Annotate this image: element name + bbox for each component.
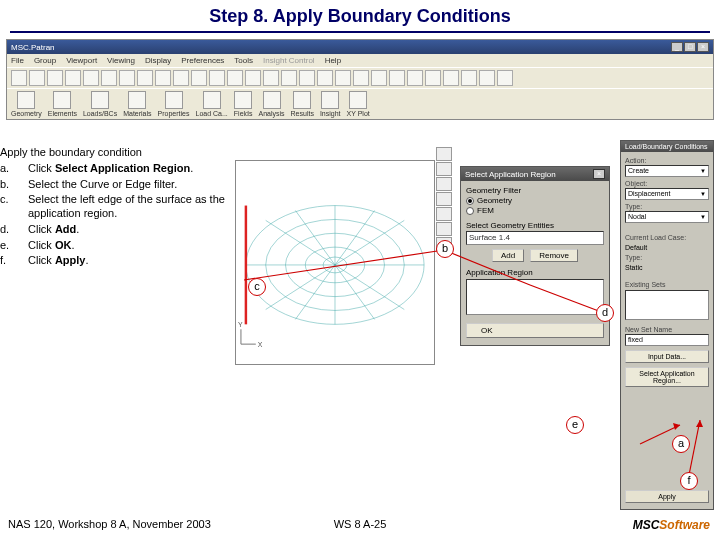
geometry-icon	[17, 91, 35, 109]
tool-icon[interactable]	[155, 70, 171, 86]
tool-icon[interactable]	[335, 70, 351, 86]
cat-label: Fields	[234, 110, 253, 117]
radio-fem[interactable]: FEM	[466, 206, 604, 215]
minimize-icon[interactable]: _	[671, 42, 683, 52]
cat-properties[interactable]: Properties	[158, 91, 190, 117]
menu-item[interactable]: Help	[325, 56, 341, 65]
tool-icon[interactable]	[479, 70, 495, 86]
cat-xyplot[interactable]: XY Plot	[347, 91, 370, 117]
tool-icon[interactable]	[173, 70, 189, 86]
object-label: Object:	[625, 180, 709, 187]
mesh-canvas: Y X	[236, 161, 434, 364]
menu-item[interactable]: Group	[34, 56, 56, 65]
tool-icon[interactable]	[245, 70, 261, 86]
callout-f: f	[680, 472, 698, 490]
vp-tool-icon[interactable]	[436, 207, 452, 221]
cat-geometry[interactable]: Geometry	[11, 91, 42, 117]
insight-icon	[321, 91, 339, 109]
tool-icon[interactable]	[407, 70, 423, 86]
cat-fields[interactable]: Fields	[234, 91, 253, 117]
app-toolbar: MSC.Patran _ □ × File Group Viewport Vie…	[6, 39, 714, 120]
cat-label: Loads/BCs	[83, 110, 117, 117]
fields-icon	[234, 91, 252, 109]
action-select[interactable]: Create▼	[625, 165, 709, 177]
type-select[interactable]: Nodal▼	[625, 211, 709, 223]
cat-analysis[interactable]: Analysis	[258, 91, 284, 117]
cat-insight[interactable]: Insight	[320, 91, 341, 117]
callout-a: a	[672, 435, 690, 453]
new-set-name-field[interactable]: fixed	[625, 334, 709, 346]
menu-item[interactable]: Tools	[234, 56, 253, 65]
menu-item[interactable]: Preferences	[181, 56, 224, 65]
tool-icon[interactable]	[83, 70, 99, 86]
tool-icon[interactable]	[191, 70, 207, 86]
maximize-icon[interactable]: □	[684, 42, 696, 52]
radio-geometry[interactable]: Geometry	[466, 196, 604, 205]
tool-icon[interactable]	[29, 70, 45, 86]
slide-title: Step 8. Apply Boundary Conditions	[0, 0, 720, 31]
vp-tool-icon[interactable]	[436, 192, 452, 206]
panel-title: Load/Boundary Conditions	[625, 143, 708, 150]
existing-sets-list[interactable]	[625, 290, 709, 320]
add-button[interactable]: Add	[492, 249, 524, 262]
vp-tool-icon[interactable]	[436, 177, 452, 191]
viewport-toolbar	[436, 147, 452, 251]
menu-item[interactable]: Viewing	[107, 56, 135, 65]
cat-materials[interactable]: Materials	[123, 91, 151, 117]
chevron-down-icon: ▼	[700, 212, 706, 222]
tool-icon[interactable]	[317, 70, 333, 86]
current-loadcase-label: Current Load Case:	[625, 234, 709, 241]
apply-button[interactable]: Apply	[625, 490, 709, 503]
cat-elements[interactable]: Elements	[48, 91, 77, 117]
logo-msc: MSC	[633, 518, 660, 532]
tool-icon[interactable]	[101, 70, 117, 86]
cat-loads[interactable]: Loads/BCs	[83, 91, 117, 117]
model-viewport[interactable]: Y X	[235, 160, 435, 365]
menu-item[interactable]: Insight Control	[263, 56, 315, 65]
vp-tool-icon[interactable]	[436, 162, 452, 176]
tool-icon[interactable]	[425, 70, 441, 86]
tool-icon[interactable]	[263, 70, 279, 86]
menu-item[interactable]: Display	[145, 56, 171, 65]
close-icon[interactable]: ×	[593, 169, 605, 179]
tool-icon[interactable]	[47, 70, 63, 86]
select-entities-field[interactable]: Surface 1.4	[466, 231, 604, 245]
tool-icon[interactable]	[443, 70, 459, 86]
select-application-region-button[interactable]: Select Application Region...	[625, 367, 709, 387]
instruction-lead: Apply the boundary condition	[0, 146, 232, 160]
tool-icon[interactable]	[137, 70, 153, 86]
application-region-list[interactable]	[466, 279, 604, 315]
title-rule	[10, 31, 710, 33]
cat-label: Results	[291, 110, 314, 117]
instruction-item: e.Click OK.	[14, 239, 232, 253]
tool-icon[interactable]	[299, 70, 315, 86]
object-select[interactable]: Displacement▼	[625, 188, 709, 200]
remove-button[interactable]: Remove	[530, 249, 578, 262]
loads-icon	[91, 91, 109, 109]
close-icon[interactable]: ×	[697, 42, 709, 52]
logo-software: Software	[659, 518, 710, 532]
ok-button[interactable]: OK	[466, 323, 604, 338]
svg-text:X: X	[258, 341, 263, 348]
tool-icon[interactable]	[281, 70, 297, 86]
tool-icon[interactable]	[353, 70, 369, 86]
cat-results[interactable]: Results	[291, 91, 314, 117]
vp-tool-icon[interactable]	[436, 222, 452, 236]
tool-icon[interactable]	[461, 70, 477, 86]
cat-loadcases[interactable]: Load Ca...	[195, 91, 227, 117]
tool-icon[interactable]	[497, 70, 513, 86]
tool-icon[interactable]	[227, 70, 243, 86]
action-label: Action:	[625, 157, 709, 164]
tool-icon[interactable]	[119, 70, 135, 86]
menu-item[interactable]: File	[11, 56, 24, 65]
input-data-button[interactable]: Input Data...	[625, 350, 709, 363]
tool-icon[interactable]	[65, 70, 81, 86]
chevron-down-icon: ▼	[700, 189, 706, 199]
menu-item[interactable]: Viewport	[66, 56, 97, 65]
tool-icon[interactable]	[389, 70, 405, 86]
tool-icon[interactable]	[209, 70, 225, 86]
current-loadcase-value: Default	[625, 244, 709, 251]
tool-icon[interactable]	[371, 70, 387, 86]
tool-icon[interactable]	[11, 70, 27, 86]
vp-tool-icon[interactable]	[436, 147, 452, 161]
